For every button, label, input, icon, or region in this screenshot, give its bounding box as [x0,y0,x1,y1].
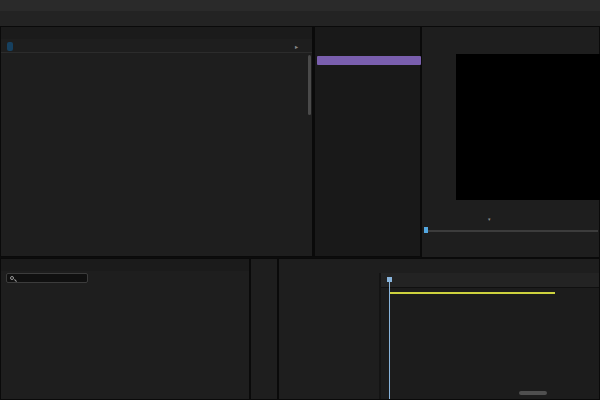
track-content [381,273,599,399]
clip-path-row: ▸ [1,41,312,53]
sequence-clip-label[interactable] [7,42,13,51]
chevron-ring-graphic [456,54,600,200]
effect-controls-panel: ▸ [0,26,313,257]
tools-panel [250,258,278,400]
effect-controls-tabbar [1,27,312,39]
premiere-window: ▸ ▾ [0,0,600,400]
effect-controls-mini-timeline [313,26,421,257]
search-icon [10,276,14,280]
program-scrubber[interactable] [424,230,598,232]
effect-parameter-list [1,54,306,242]
effects-tabbar [1,259,249,271]
mini-timeline-clip[interactable] [317,56,421,65]
timeline-ruler[interactable] [381,273,599,288]
effects-tree [1,287,247,397]
playhead-line[interactable] [389,277,390,399]
work-area-bar[interactable] [389,292,555,294]
effects-browser-panel [0,258,250,400]
workspace-bar [0,11,600,26]
chevron-down-icon[interactable]: ▾ [488,216,491,222]
menu-bar [0,0,600,11]
scrollbar[interactable] [308,55,311,115]
timeline-panel [278,258,600,400]
program-video-frame [456,54,600,200]
program-monitor-panel: ▾ [421,26,600,258]
show-keyframes-icon[interactable]: ▸ [295,41,298,53]
program-playhead[interactable] [424,227,428,233]
horizontal-scrollbar[interactable] [519,391,547,395]
effects-search-box[interactable] [6,273,88,283]
